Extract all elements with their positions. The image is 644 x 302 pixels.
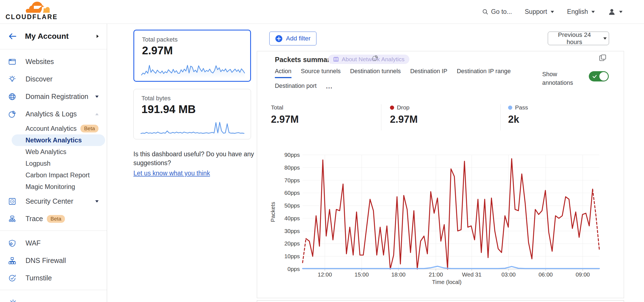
stat-label: Total xyxy=(271,104,283,111)
sidebar-item-discover[interactable]: Discover xyxy=(0,70,107,88)
user-menu[interactable] xyxy=(608,8,623,16)
x-tick-label: 18:00 xyxy=(391,271,405,278)
sidebar-item-dns-firewall[interactable]: DNS Firewall xyxy=(0,252,107,269)
time-range-selector[interactable]: Previous 24 hours xyxy=(548,32,609,45)
sidebar-item-waf[interactable]: WAF xyxy=(0,234,107,252)
x-tick-label: 03:00 xyxy=(501,271,516,278)
cloudflare-logo[interactable]: CLOUDFLARE xyxy=(6,1,50,21)
sidebar-subitem-logpush[interactable]: Logpush xyxy=(0,158,107,169)
sidebar-item-label: Discover xyxy=(26,75,52,83)
total-bytes-card[interactable]: Total bytes 191.94 MB xyxy=(133,89,251,139)
y-tick-label: 50pps xyxy=(284,202,300,209)
stat-divider xyxy=(500,104,501,130)
feedback-text: Is this dashboard useful? Do you have an… xyxy=(133,150,254,167)
legend-dot-drop xyxy=(390,106,394,110)
support-menu[interactable]: Support xyxy=(525,8,554,16)
sidebar-subitem-label: Magic Monitoring xyxy=(26,183,75,191)
total-packets-sparkline xyxy=(140,63,246,79)
y-tick-label: 70pps xyxy=(284,177,300,183)
chevron-down-icon xyxy=(550,11,554,13)
about-network-analytics-badge[interactable]: About Network Analytics xyxy=(328,55,409,64)
top-navbar: CLOUDFLARE Go to... Support English xyxy=(0,0,644,24)
toggle-knob xyxy=(599,72,608,81)
cloudflare-cloud-icon xyxy=(26,1,50,13)
stats-row: Total2.97MDrop2.97MPass2k xyxy=(257,104,624,130)
sidebar-item-analytics-logs[interactable]: Analytics & Logs xyxy=(0,105,107,123)
feedback-link[interactable]: Let us know what you think xyxy=(133,169,210,178)
sidebar-item-label: Domain Registration xyxy=(26,93,88,101)
sidebar-item-domain-registration[interactable]: Domain Registration xyxy=(0,88,107,105)
sidebar-item-label: DNS Firewall xyxy=(26,257,66,265)
tab-source-tunnels[interactable]: Source tunnels xyxy=(301,68,341,78)
sidebar-subitem-label: Account Analytics xyxy=(26,125,77,132)
sidebar-subitem-account-analytics[interactable]: Account AnalyticsBeta xyxy=(0,123,107,134)
sidebar-item-turnstile[interactable]: Turnstile xyxy=(0,269,107,287)
sidebar-subitem-network-analytics[interactable]: Network Analytics xyxy=(12,134,105,146)
legend-dot-pass xyxy=(508,106,512,110)
tab-action[interactable]: Action xyxy=(275,68,291,78)
total-bytes-label: Total bytes xyxy=(141,95,171,102)
sidebar-subitem-label: Network Analytics xyxy=(26,137,82,144)
show-annotations-toggle[interactable] xyxy=(589,71,609,81)
y-tick-label: 10pps xyxy=(284,253,300,259)
pie-icon xyxy=(8,110,16,118)
chevron-down-icon xyxy=(619,11,623,13)
user-icon xyxy=(608,8,616,16)
sidebar-divider xyxy=(0,290,107,290)
sidebar-subitem-magic-monitoring[interactable]: Magic Monitoring xyxy=(0,181,107,193)
breakdown-tabs: ActionSource tunnelsDestination tunnelsD… xyxy=(275,68,541,93)
sidebar-item-security-center[interactable]: Security Center xyxy=(0,193,107,210)
go-to-label: Go to... xyxy=(491,8,512,16)
x-tick-label: 09:00 xyxy=(575,271,590,278)
tab-destination-tunnels[interactable]: Destination tunnels xyxy=(350,68,401,78)
tab-destination-ip-range[interactable]: Destination IP range xyxy=(457,68,511,78)
sidebar-item-websites[interactable]: Websites xyxy=(0,53,107,70)
sidebar-subitem-label: Carbon Impact Report xyxy=(26,172,90,179)
account-header[interactable]: My Account xyxy=(0,24,107,49)
time-range-label: Previous 24 hours xyxy=(550,31,599,46)
vault-icon xyxy=(8,198,16,205)
chevron-down-icon xyxy=(95,200,99,203)
stat-label: Pass xyxy=(515,104,528,111)
book-icon xyxy=(333,57,339,62)
stat-label: Drop xyxy=(397,104,410,111)
chevron-up-icon xyxy=(95,113,99,116)
packets-line-chart: 0pps10pps20pps30pps40pps50pps60pps70pps8… xyxy=(267,150,616,291)
go-to-search[interactable]: Go to... xyxy=(482,8,512,16)
chevron-down-icon xyxy=(603,37,607,40)
x-tick-label: Wed 31 xyxy=(462,271,481,278)
tab-destination-ip[interactable]: Destination IP xyxy=(410,68,447,78)
add-filter-button[interactable]: Add filter xyxy=(269,32,316,45)
beta-badge: Beta xyxy=(80,125,98,132)
cloudflare-logo-text: CLOUDFLARE xyxy=(6,13,50,21)
y-tick-label: 90pps xyxy=(284,152,300,158)
language-menu[interactable]: English xyxy=(567,8,595,16)
sidebar-item-trace[interactable]: TraceBeta xyxy=(0,210,107,227)
data-freshness-icon[interactable] xyxy=(372,55,378,61)
sidebar-item-label: Turnstile xyxy=(26,274,52,282)
chevron-right-icon[interactable] xyxy=(96,34,99,38)
sidebar-subitem-web-analytics[interactable]: Web Analytics xyxy=(0,146,107,158)
sitemap-icon xyxy=(8,257,16,265)
tabs-more-button[interactable]: ... xyxy=(326,83,333,90)
stat-value: 2.97M xyxy=(390,114,418,125)
sidebar-item-label: Trace xyxy=(26,215,43,223)
x-tick-label: 12:00 xyxy=(318,271,332,278)
chevron-down-icon xyxy=(95,95,99,98)
sidebar-subitem-label: Logpush xyxy=(26,160,50,167)
total-packets-label: Total packets xyxy=(142,36,178,43)
tab-destination-port[interactable]: Destination port xyxy=(275,83,317,93)
stat-value: 2.97M xyxy=(271,114,299,125)
copy-chart-icon[interactable] xyxy=(599,54,607,62)
sidebar-subitem-label: Web Analytics xyxy=(26,148,66,156)
total-packets-card[interactable]: Total packets 2.97M xyxy=(133,30,251,82)
x-axis-title: Time (local) xyxy=(432,279,462,285)
refresh-check-icon xyxy=(8,274,16,282)
sidebar-item-partial[interactable] xyxy=(9,299,17,302)
sidebar-item-label: Security Center xyxy=(26,197,73,205)
sidebar-item-label: WAF xyxy=(26,239,41,247)
sidebar-subitem-carbon-impact-report[interactable]: Carbon Impact Report xyxy=(0,169,107,181)
back-arrow-icon[interactable] xyxy=(8,32,17,40)
series-pass-line xyxy=(303,266,599,268)
stat-total: Total2.97M xyxy=(271,104,299,125)
